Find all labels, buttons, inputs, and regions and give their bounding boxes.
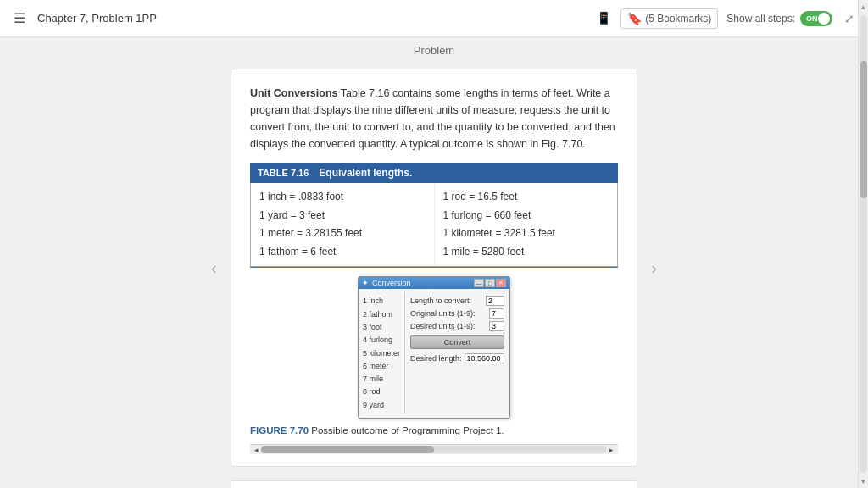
section-heading: Problem — [0, 37, 868, 60]
scroll-down-arrow[interactable]: ▾ — [861, 474, 865, 488]
list-item: 9 yard — [363, 399, 400, 412]
list-item: 6 meter — [363, 360, 400, 373]
problem-text: Unit Conversions Table 7.16 contains som… — [250, 85, 618, 152]
bookmark-button[interactable]: 🔖 (5 Bookmarks) — [620, 8, 718, 29]
scroll-track[interactable] — [261, 446, 607, 453]
mini-window: ✦ Conversion — □ ✕ 1 inch 2 fathom 3 foo… — [358, 276, 510, 419]
figure-caption: FIGURE 7.70 Possible outcome of Programm… — [250, 425, 618, 435]
vertical-scrollbar[interactable]: ▴ ▾ — [858, 0, 868, 488]
chapter-label: Chapter 7, Problem 1PP — [37, 12, 157, 25]
table-row: 1 rod = 16.5 feet — [443, 188, 609, 207]
toggle-label: ON — [806, 14, 818, 23]
table-row: 1 yard = 3 feet — [259, 207, 426, 225]
length-convert-label: Length to convert: — [410, 297, 483, 305]
phone-icon[interactable]: 📱 — [596, 11, 612, 26]
desired-units-label: Desired units (1-9): — [410, 322, 487, 330]
bookmark-icon: 🔖 — [627, 12, 642, 25]
original-units-label: Original units (1-9): — [410, 309, 487, 318]
list-icon[interactable]: ☰ — [10, 7, 29, 30]
table-header: TABLE 7.16 Equivalent lengths. — [250, 163, 618, 183]
length-convert-input[interactable] — [486, 296, 504, 306]
original-units-row: Original units (1-9): — [410, 308, 504, 319]
scroll-up-arrow[interactable]: ▴ — [861, 0, 865, 14]
prev-arrow[interactable]: ‹ — [204, 252, 224, 285]
list-item: 3 foot — [363, 321, 400, 334]
scrollbar-track[interactable] — [860, 15, 867, 473]
desired-length-input[interactable] — [465, 353, 504, 363]
toggle-knob — [818, 13, 830, 25]
scrollbar-thumb[interactable] — [860, 61, 867, 198]
mini-win-body: 1 inch 2 fathom 3 foot 4 furlong 5 kilom… — [359, 289, 509, 418]
figure-caption-desc: Possible outcome of Programming Project … — [311, 425, 504, 435]
table-number: TABLE 7.16 — [258, 168, 309, 178]
desired-length-row: Desired length: — [410, 353, 504, 363]
expand-icon[interactable]: ⤢ — [841, 8, 858, 29]
restore-button[interactable]: □ — [485, 279, 495, 287]
table-title: Equivalent lengths. — [319, 167, 412, 179]
scroll-right-arrow[interactable]: ▸ — [607, 446, 616, 454]
close-button[interactable]: ✕ — [496, 279, 506, 287]
convert-button[interactable]: Convert — [410, 336, 504, 349]
problem-card: ‹ › Unit Conversions Table 7.16 contains… — [231, 69, 637, 467]
table-col2: 1 rod = 16.5 feet 1 furlong = 660 feet 1… — [435, 183, 618, 266]
table-col1: 1 inch = .0833 foot 1 yard = 3 feet 1 me… — [251, 183, 435, 266]
main-content: ‹ › Unit Conversions Table 7.16 contains… — [0, 60, 868, 488]
list-item: 7 mile — [363, 373, 400, 385]
list-item: 5 kilometer — [363, 347, 400, 360]
show-all-steps-control: Show all steps: ON — [726, 11, 832, 26]
scroll-thumb[interactable] — [261, 446, 434, 453]
step-section: Step-by-step solution Step 1 of 3 ∧ Prog… — [231, 480, 637, 488]
list-item: 2 fathom — [363, 308, 400, 321]
list-item: 1 inch — [363, 295, 400, 308]
original-units-input[interactable] — [489, 308, 504, 319]
toolbar: ☰ Chapter 7, Problem 1PP 📱 🔖 (5 Bookmark… — [0, 0, 868, 37]
show-all-steps-label: Show all steps: — [726, 13, 795, 25]
horizontal-scrollbar[interactable]: ◂ ▸ — [250, 444, 618, 454]
bookmark-count: (5 Bookmarks) — [645, 13, 711, 25]
table-row: 1 inch = .0833 foot — [259, 188, 426, 207]
desired-units-row: Desired units (1-9): — [410, 321, 504, 331]
mini-win-title: Conversion — [372, 279, 470, 287]
scroll-left-arrow[interactable]: ◂ — [252, 446, 261, 454]
figure-number: FIGURE 7.70 — [250, 425, 309, 435]
mini-win-list: 1 inch 2 fathom 3 foot 4 furlong 5 kilom… — [359, 292, 405, 414]
list-item: 8 rod — [363, 385, 400, 398]
table-row: 1 mile = 5280 feet — [443, 243, 609, 262]
desired-length-label: Desired length: — [410, 354, 462, 363]
table-row: 1 kilometer = 3281.5 feet — [443, 225, 609, 243]
table-divider — [250, 267, 618, 268]
length-convert-row: Length to convert: — [410, 296, 504, 306]
step-section-heading: Step-by-step solution — [231, 481, 637, 488]
desired-units-input[interactable] — [489, 321, 504, 331]
list-item: 4 furlong — [363, 334, 400, 347]
next-arrow[interactable]: › — [644, 252, 664, 285]
minimize-button[interactable]: — — [474, 279, 484, 287]
problem-title: Unit Conversions — [250, 87, 338, 99]
mini-win-form: Length to convert: Original units (1-9):… — [405, 292, 509, 414]
mini-titlebar: ✦ Conversion — □ ✕ — [359, 277, 509, 289]
toggle-switch[interactable]: ON — [800, 11, 832, 26]
table-row: 1 furlong = 660 feet — [443, 207, 609, 225]
mini-win-icon: ✦ — [362, 279, 369, 287]
table-row: 1 fathom = 6 feet — [259, 243, 426, 262]
mini-win-buttons: — □ ✕ — [474, 279, 506, 287]
table-body: 1 inch = .0833 foot 1 yard = 3 feet 1 me… — [250, 183, 618, 267]
figure-container: ✦ Conversion — □ ✕ 1 inch 2 fathom 3 foo… — [250, 276, 618, 435]
table-row: 1 meter = 3.28155 feet — [259, 225, 426, 243]
